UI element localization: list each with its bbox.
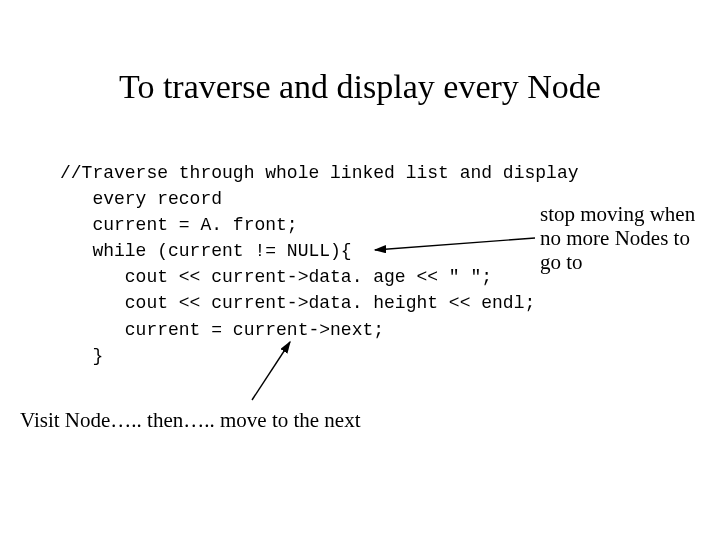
slide-title: To traverse and display every Node <box>0 68 720 106</box>
code-line: } <box>60 346 103 366</box>
code-line: cout << current->data. height << endl; <box>60 293 535 313</box>
code-line: while (current != NULL){ <box>60 241 352 261</box>
code-line: //Traverse through whole linked list and… <box>60 163 578 183</box>
code-line: current = current->next; <box>60 320 384 340</box>
slide: { "title": "To traverse and display ever… <box>0 0 720 540</box>
annotation-stop-moving: stop moving when no more Nodes to go to <box>540 202 700 274</box>
code-line: current = A. front; <box>60 215 298 235</box>
code-line: cout << current->data. age << " "; <box>60 267 492 287</box>
code-line: every record <box>60 189 222 209</box>
annotation-visit-node: Visit Node….. then….. move to the next <box>20 408 470 432</box>
